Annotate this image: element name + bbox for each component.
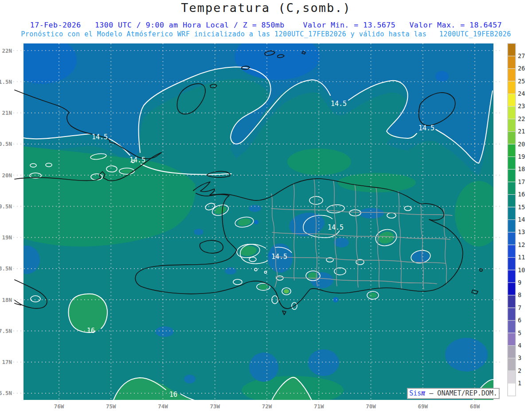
svg-text:17: 17 (518, 178, 525, 185)
svg-text:26: 26 (518, 65, 525, 72)
svg-text:27: 27 (518, 52, 525, 59)
svg-text:4: 4 (518, 342, 521, 349)
svg-text:21: 21 (518, 128, 525, 135)
svg-text:76W: 76W (54, 403, 64, 410)
svg-text:71W: 71W (314, 403, 324, 410)
branding-badge: Sisπ – ONAMET/REP.DOM. (407, 388, 500, 399)
svg-text:16: 16 (169, 391, 177, 399)
svg-text:14.5: 14.5 (92, 133, 108, 141)
svg-text:16: 16 (87, 327, 95, 335)
svg-text:3: 3 (518, 354, 521, 361)
svg-text:2: 2 (518, 367, 521, 374)
svg-text:73W: 73W (210, 403, 220, 410)
svg-text:18N: 18N (2, 297, 12, 303)
svg-text:0.5N: 0.5N (0, 141, 12, 147)
model-init-line: Pronóstico con el Modelo Atmósferico WRF… (0, 30, 532, 38)
svg-text:24: 24 (518, 90, 525, 97)
colorbar (508, 43, 516, 396)
svg-text:1.5N: 1.5N (0, 78, 12, 85)
svg-text:25: 25 (518, 78, 525, 85)
colorbar-labels: 2726252423222120191817161514131211109876… (518, 52, 525, 387)
page-title: Temperatura (C,somb.) (0, 1, 532, 15)
svg-text:15: 15 (518, 204, 525, 211)
svg-text:8: 8 (518, 291, 521, 298)
svg-text:6: 6 (518, 317, 521, 324)
svg-text:14.5: 14.5 (328, 223, 344, 231)
map-canvas: 14.514.514.514.514.514.51616 22N1.5N21N0… (0, 0, 532, 411)
svg-text:21N: 21N (2, 110, 12, 116)
svg-text:23: 23 (518, 102, 525, 110)
svg-text:14.5: 14.5 (419, 124, 434, 132)
svg-text:14: 14 (518, 216, 525, 223)
svg-text:74W: 74W (158, 403, 168, 410)
svg-text:6.5N: 6.5N (0, 390, 12, 396)
svg-text:20N: 20N (2, 172, 12, 179)
longitude-labels: 76W75W74W73W72W71W70W69W68W (54, 403, 480, 410)
svg-text:19: 19 (518, 153, 525, 160)
svg-text:11: 11 (518, 254, 525, 261)
svg-text:75W: 75W (106, 403, 116, 410)
svg-text:68W: 68W (470, 403, 480, 410)
svg-text:19N: 19N (2, 234, 12, 241)
svg-text:70W: 70W (366, 403, 376, 410)
branding-sis: Sis (409, 389, 421, 397)
svg-text:8.5N: 8.5N (0, 265, 12, 272)
svg-text:13: 13 (518, 228, 525, 235)
svg-text:16: 16 (518, 191, 525, 198)
latitude-labels: 22N1.5N21N0.5N20N9.5N19N8.5N18N7.5N17N6.… (0, 47, 12, 397)
svg-text:14.5: 14.5 (129, 156, 145, 164)
svg-text:10: 10 (518, 266, 525, 274)
svg-text:14.5: 14.5 (331, 100, 347, 108)
svg-text:18: 18 (518, 165, 525, 172)
svg-text:9.5N: 9.5N (0, 203, 12, 210)
svg-text:17N: 17N (2, 359, 12, 365)
temperature-field (8, 34, 503, 404)
pi-symbol: π (421, 389, 425, 397)
svg-text:20: 20 (518, 141, 525, 148)
valid-time-line: 17-Feb-2026 1300 UTC / 9:00 am Hora Loca… (0, 21, 532, 29)
svg-text:5: 5 (518, 329, 521, 337)
svg-text:69W: 69W (418, 403, 428, 410)
svg-text:9: 9 (518, 279, 521, 286)
svg-text:14.5: 14.5 (271, 253, 287, 261)
svg-text:72W: 72W (262, 403, 272, 410)
svg-text:7: 7 (518, 304, 521, 311)
svg-text:7.5N: 7.5N (0, 328, 12, 334)
svg-text:12: 12 (518, 241, 525, 248)
branding-agency: – ONAMET/REP.DOM. (425, 389, 497, 397)
svg-text:22: 22 (518, 115, 525, 122)
svg-text:1: 1 (518, 380, 521, 387)
svg-text:22N: 22N (2, 47, 12, 54)
weather-forecast-chart: Temperatura (C,somb.) 17-Feb-2026 1300 U… (0, 0, 532, 411)
